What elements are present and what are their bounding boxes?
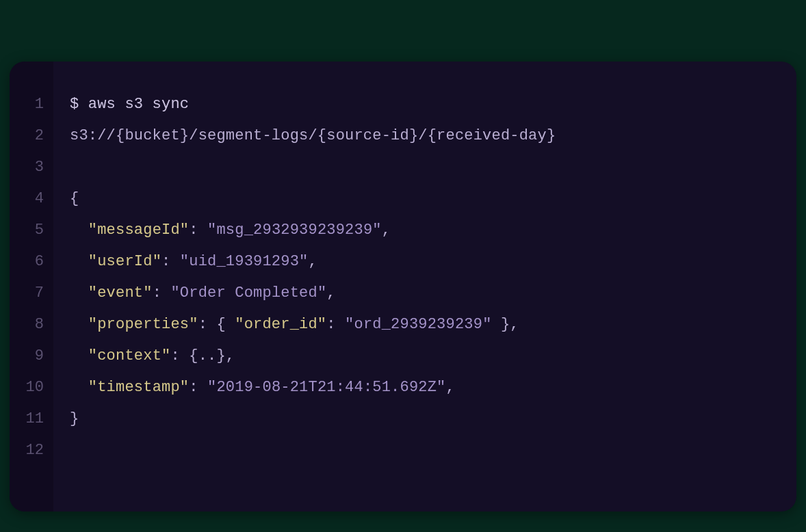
code-token: "Order Completed" (170, 284, 326, 302)
line-number: 10 (10, 372, 53, 403)
code-token: : { (198, 316, 235, 333)
code-token (70, 253, 88, 270)
code-line[interactable] (70, 152, 780, 183)
code-token: , (326, 284, 335, 302)
line-number: 7 (10, 278, 53, 309)
code-token: "ord_2939239239" (345, 316, 491, 333)
code-token: "userId" (88, 253, 161, 270)
code-line[interactable]: $ aws s3 sync (70, 89, 780, 120)
code-line[interactable]: "timestamp": "2019-08-21T21:44:51.692Z", (70, 372, 780, 403)
code-line[interactable]: "messageId": "msg_2932939239239", (70, 215, 780, 246)
code-token: : (326, 316, 345, 333)
code-line[interactable]: "properties": { "order_id": "ord_2939239… (70, 309, 780, 341)
code-token: "2019-08-21T21:44:51.692Z" (207, 379, 445, 396)
code-token (70, 347, 88, 364)
code-token: , (308, 253, 317, 270)
code-token: } (70, 410, 79, 427)
code-line[interactable]: } (70, 403, 780, 435)
code-panel: 123456789101112 $ aws s3 syncs3://{bucke… (10, 62, 796, 511)
line-number: 9 (10, 341, 53, 372)
code-token: { (70, 190, 79, 207)
line-number: 1 (10, 89, 53, 120)
code-token: "msg_2932939239239" (207, 222, 382, 239)
code-token: "messageId" (88, 222, 189, 239)
code-area[interactable]: $ aws s3 syncs3://{bucket}/segment-logs/… (53, 62, 796, 511)
code-token (70, 284, 88, 302)
code-token: s3://{bucket}/segment-logs/{source-id}/{… (70, 127, 556, 144)
code-token: : (189, 222, 207, 239)
line-number: 11 (10, 403, 53, 435)
code-line[interactable]: s3://{bucket}/segment-logs/{source-id}/{… (70, 120, 780, 152)
line-number: 2 (10, 120, 53, 152)
code-token (70, 316, 88, 333)
code-token: : (161, 253, 180, 270)
line-number: 8 (10, 309, 53, 341)
code-token: , (382, 222, 391, 239)
code-token: : (153, 284, 171, 302)
code-token: "context" (88, 347, 171, 364)
line-number: 6 (10, 246, 53, 278)
code-token: : {..}, (170, 347, 235, 364)
code-token: : (189, 379, 207, 396)
code-token (70, 222, 88, 239)
line-number: 12 (10, 435, 53, 466)
code-token (70, 379, 88, 396)
code-token: $ aws s3 sync (70, 96, 189, 113)
code-token: "uid_19391293" (180, 253, 309, 270)
code-line[interactable]: "context": {..}, (70, 341, 780, 372)
code-token: "timestamp" (88, 379, 189, 396)
code-line[interactable] (70, 435, 780, 466)
code-token: }, (492, 316, 519, 333)
line-number: 5 (10, 215, 53, 246)
code-token: "order_id" (235, 316, 326, 333)
line-number: 4 (10, 183, 53, 215)
code-line[interactable]: "userId": "uid_19391293", (70, 246, 780, 278)
code-token: , (446, 379, 455, 396)
line-number-gutter: 123456789101112 (10, 62, 53, 511)
code-token: "event" (88, 284, 153, 302)
code-line[interactable]: { (70, 183, 780, 215)
code-line[interactable]: "event": "Order Completed", (70, 278, 780, 309)
line-number: 3 (10, 152, 53, 183)
code-token: "properties" (88, 316, 198, 333)
